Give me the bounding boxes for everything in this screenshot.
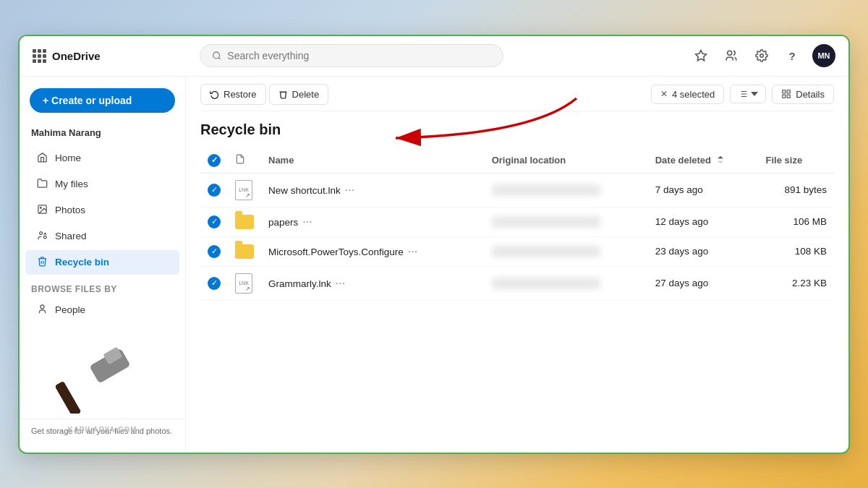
- selected-count: 4 selected: [672, 89, 715, 100]
- row-name: New shortcut.lnk···: [261, 173, 485, 207]
- delete-button[interactable]: Delete: [269, 84, 329, 105]
- sidebar: + Create or upload Mahima Narang Home My…: [20, 77, 186, 453]
- svg-point-9: [41, 304, 44, 308]
- sidebar-item-recycle-bin[interactable]: Recycle bin: [25, 250, 179, 275]
- checked-icon: ✓: [208, 245, 221, 258]
- details-button[interactable]: Details: [772, 85, 834, 104]
- avatar[interactable]: MN: [812, 44, 835, 67]
- app-logo: OneDrive: [33, 49, 101, 63]
- svg-line-1: [218, 58, 220, 59]
- svg-point-4: [760, 54, 764, 58]
- toolbar: Restore Delete ✕ 4 selected: [200, 77, 834, 111]
- col-check: ✓: [200, 148, 228, 174]
- sidebar-item-recycle-bin-label: Recycle bin: [55, 257, 109, 267]
- blurred-location: [492, 246, 600, 257]
- help-icon[interactable]: ?: [782, 46, 802, 66]
- row-original-location: [485, 266, 648, 300]
- blurred-location: [492, 184, 600, 196]
- sidebar-item-shared[interactable]: Shared: [25, 224, 179, 249]
- sidebar-item-home-label: Home: [55, 153, 81, 163]
- col-original-location: Original location: [485, 148, 648, 174]
- shortcut-icon: LNK: [235, 273, 252, 294]
- people-icon: [37, 304, 48, 317]
- header: OneDrive ? MN: [20, 36, 848, 77]
- table-row[interactable]: ✓LNKGrammarly.lnk···27 days ago2.23 KB: [200, 266, 834, 300]
- row-checkbox[interactable]: ✓: [200, 266, 228, 300]
- checked-icon: ✓: [208, 184, 221, 197]
- search-icon: [212, 51, 221, 61]
- row-name: Microsoft.PowerToys.Configure···: [261, 236, 485, 266]
- svg-rect-12: [103, 346, 122, 364]
- folder-icon: [37, 178, 48, 191]
- col-file-icon: [228, 148, 261, 174]
- svg-rect-10: [56, 380, 82, 413]
- svg-rect-11: [89, 348, 130, 383]
- sidebar-item-home[interactable]: Home: [25, 146, 179, 171]
- shortcut-icon: LNK: [235, 180, 252, 200]
- row-more-button[interactable]: ···: [404, 244, 422, 260]
- row-file-icon: [228, 236, 261, 266]
- row-date-deleted: 27 days ago: [648, 266, 759, 300]
- folder-icon: [235, 244, 254, 259]
- row-name: Grammarly.lnk···: [261, 266, 485, 300]
- svg-point-8: [43, 236, 46, 239]
- delete-icon: [278, 90, 288, 99]
- chevron-down-icon: [751, 90, 758, 98]
- details-icon: [781, 89, 791, 99]
- svg-rect-23: [783, 95, 786, 98]
- file-table: ✓ Name Original location Date deleted: [200, 148, 834, 301]
- row-original-location: [485, 207, 648, 236]
- svg-point-3: [728, 51, 732, 55]
- hammer-illustration: [56, 341, 142, 416]
- row-more-button[interactable]: ···: [341, 182, 359, 198]
- search-input[interactable]: [227, 50, 491, 61]
- svg-rect-21: [783, 90, 786, 93]
- home-icon: [37, 152, 48, 165]
- col-file-size: File size: [759, 148, 834, 174]
- row-more-button[interactable]: ···: [331, 275, 349, 291]
- svg-marker-20: [751, 92, 758, 96]
- selected-badge[interactable]: ✕ 4 selected: [651, 85, 724, 104]
- watermark: KAPILARYA.COM: [20, 426, 185, 434]
- row-file-size: 106 MB: [759, 207, 834, 236]
- sidebar-item-my-files-label: My files: [55, 179, 88, 189]
- table-row[interactable]: ✓LNKNew shortcut.lnk···7 days ago891 byt…: [200, 173, 834, 207]
- row-file-size: 891 bytes: [759, 173, 834, 207]
- list-view-icon: [738, 89, 748, 99]
- svg-rect-24: [787, 95, 790, 98]
- row-checkbox[interactable]: ✓: [200, 207, 228, 236]
- row-more-button[interactable]: ···: [298, 214, 316, 230]
- premium-icon[interactable]: [691, 46, 711, 66]
- row-date-deleted: 12 days ago: [648, 207, 759, 236]
- grid-icon: [33, 49, 46, 63]
- row-file-size: 2.23 KB: [759, 266, 834, 300]
- settings-icon[interactable]: [752, 46, 772, 66]
- row-checkbox[interactable]: ✓: [200, 236, 228, 266]
- sidebar-item-photos-label: Photos: [55, 205, 85, 215]
- create-upload-button[interactable]: + Create or upload: [30, 88, 175, 113]
- share-people-icon[interactable]: [721, 46, 741, 66]
- row-checkbox[interactable]: ✓: [200, 173, 228, 207]
- table-row[interactable]: ✓Microsoft.PowerToys.Configure···23 days…: [200, 236, 834, 266]
- checked-icon: ✓: [208, 277, 221, 290]
- restore-button[interactable]: Restore: [200, 84, 266, 105]
- search-bar[interactable]: [200, 44, 503, 67]
- svg-marker-2: [695, 51, 706, 61]
- row-file-icon: LNK: [228, 266, 261, 300]
- blurred-location: [492, 216, 600, 228]
- sort-icon: [717, 156, 724, 163]
- svg-marker-25: [717, 156, 723, 158]
- view-toggle[interactable]: [730, 85, 766, 103]
- row-file-icon: LNK: [228, 173, 261, 207]
- sidebar-item-my-files[interactable]: My files: [25, 172, 179, 197]
- table-row[interactable]: ✓papers···12 days ago106 MB: [200, 207, 834, 236]
- row-date-deleted: 7 days ago: [648, 173, 759, 207]
- blurred-location: [492, 278, 600, 289]
- col-date-deleted[interactable]: Date deleted: [648, 148, 759, 174]
- browse-label: Browse files by: [20, 275, 185, 297]
- close-icon: ✕: [660, 89, 668, 99]
- sidebar-item-people[interactable]: People: [25, 298, 179, 322]
- sidebar-item-photos[interactable]: Photos: [25, 198, 179, 223]
- sidebar-item-people-label: People: [55, 304, 85, 315]
- select-all-checkbox[interactable]: ✓: [208, 154, 221, 167]
